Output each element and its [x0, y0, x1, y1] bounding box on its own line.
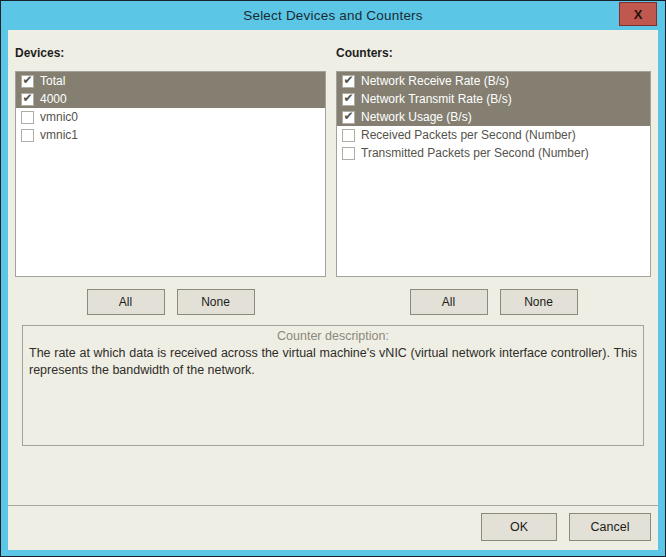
counter-checkbox[interactable] — [342, 129, 355, 142]
check-icon: ✔ — [22, 92, 32, 104]
check-icon: ✔ — [343, 110, 353, 122]
title-bar[interactable]: Select Devices and Counters — [1, 1, 665, 29]
counters-none-button[interactable]: None — [500, 289, 578, 315]
devices-list[interactable]: ✔ Total ✔ 4000 vmnic0 — [15, 71, 326, 277]
dialog-title: Select Devices and Counters — [243, 8, 423, 23]
device-checkbox[interactable]: ✔ — [21, 75, 34, 88]
counter-list-item[interactable]: Received Packets per Second (Number) — [337, 126, 650, 144]
devices-button-row: All None — [15, 289, 326, 315]
device-item-label: vmnic1 — [40, 128, 78, 142]
select-devices-counters-dialog: Select Devices and Counters x Devices: ✔… — [0, 0, 666, 557]
device-list-item[interactable]: vmnic1 — [16, 126, 325, 144]
close-button[interactable]: x — [619, 2, 657, 26]
close-icon: x — [634, 7, 643, 22]
devices-label: Devices: — [15, 46, 326, 61]
ok-button[interactable]: OK — [481, 513, 557, 541]
devices-all-button[interactable]: All — [87, 289, 165, 315]
device-item-label: Total — [40, 74, 65, 88]
counter-list-item[interactable]: ✔ Network Usage (B/s) — [337, 108, 650, 126]
devices-panel: Devices: ✔ Total ✔ 4000 — [15, 46, 326, 315]
counters-button-row: All None — [336, 289, 651, 315]
counters-panel: Counters: ✔ Network Receive Rate (B/s) ✔… — [336, 46, 651, 315]
counters-list[interactable]: ✔ Network Receive Rate (B/s) ✔ Network T… — [336, 71, 651, 277]
check-icon: ✔ — [343, 92, 353, 104]
counter-list-item[interactable]: Transmitted Packets per Second (Number) — [337, 144, 650, 162]
counter-item-label: Network Usage (B/s) — [361, 110, 472, 124]
dialog-footer: OK Cancel — [8, 505, 658, 550]
counter-description-text: The rate at which data is received acros… — [29, 345, 637, 379]
device-checkbox[interactable]: ✔ — [21, 93, 34, 106]
counter-item-label: Network Transmit Rate (B/s) — [361, 92, 512, 106]
counter-description-box: Counter description: The rate at which d… — [22, 325, 644, 446]
device-list-item[interactable]: ✔ 4000 — [16, 90, 325, 108]
device-checkbox[interactable] — [21, 129, 34, 142]
counter-list-item[interactable]: ✔ Network Receive Rate (B/s) — [337, 72, 650, 90]
counter-item-label: Transmitted Packets per Second (Number) — [361, 146, 589, 160]
counter-item-label: Received Packets per Second (Number) — [361, 128, 576, 142]
check-icon: ✔ — [343, 74, 353, 86]
cancel-button[interactable]: Cancel — [569, 513, 651, 541]
check-icon: ✔ — [22, 74, 32, 86]
counter-list-item[interactable]: ✔ Network Transmit Rate (B/s) — [337, 90, 650, 108]
device-checkbox[interactable] — [21, 111, 34, 124]
counter-checkbox[interactable]: ✔ — [342, 75, 355, 88]
counter-description-label: Counter description: — [29, 329, 637, 343]
device-item-label: vmnic0 — [40, 110, 78, 124]
counter-item-label: Network Receive Rate (B/s) — [361, 74, 509, 88]
counters-all-button[interactable]: All — [410, 289, 488, 315]
devices-none-button[interactable]: None — [177, 289, 255, 315]
counters-label: Counters: — [336, 46, 651, 61]
dialog-content: Devices: ✔ Total ✔ 4000 — [8, 30, 658, 550]
device-list-item[interactable]: ✔ Total — [16, 72, 325, 90]
device-list-item[interactable]: vmnic0 — [16, 108, 325, 126]
dialog-body: Devices: ✔ Total ✔ 4000 — [8, 30, 658, 446]
counter-checkbox[interactable]: ✔ — [342, 111, 355, 124]
counter-checkbox[interactable]: ✔ — [342, 93, 355, 106]
counter-checkbox[interactable] — [342, 147, 355, 160]
device-item-label: 4000 — [40, 92, 67, 106]
